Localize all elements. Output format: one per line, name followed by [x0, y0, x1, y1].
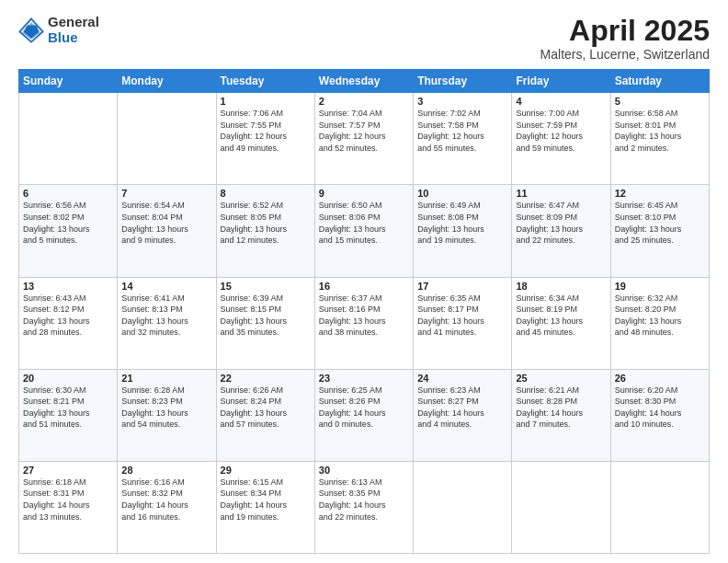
calendar-cell: 9Sunrise: 6:50 AM Sunset: 8:06 PM Daylig… [314, 185, 413, 277]
calendar-cell: 3Sunrise: 7:02 AM Sunset: 7:58 PM Daylig… [414, 93, 512, 185]
cell-info: Sunrise: 6:43 AM Sunset: 8:12 PM Dayligh… [23, 293, 113, 339]
calendar-cell: 12Sunrise: 6:45 AM Sunset: 8:10 PM Dayli… [610, 185, 709, 277]
cell-info: Sunrise: 6:35 AM Sunset: 8:17 PM Dayligh… [417, 293, 507, 339]
day-number: 8 [221, 188, 311, 199]
logo: General Blue [18, 15, 99, 45]
cell-info: Sunrise: 6:30 AM Sunset: 8:21 PM Dayligh… [23, 385, 113, 431]
calendar-cell [512, 461, 610, 553]
calendar-cell: 29Sunrise: 6:15 AM Sunset: 8:34 PM Dayli… [216, 461, 314, 553]
cell-info: Sunrise: 6:32 AM Sunset: 8:20 PM Dayligh… [615, 293, 705, 339]
day-number: 23 [319, 373, 409, 384]
cell-info: Sunrise: 6:49 AM Sunset: 8:08 PM Dayligh… [417, 200, 507, 246]
day-number: 21 [121, 373, 211, 384]
cell-info: Sunrise: 6:23 AM Sunset: 8:27 PM Dayligh… [417, 385, 507, 431]
calendar-cell: 19Sunrise: 6:32 AM Sunset: 8:20 PM Dayli… [610, 277, 709, 369]
calendar-cell: 5Sunrise: 6:58 AM Sunset: 8:01 PM Daylig… [610, 93, 709, 185]
calendar-cell: 21Sunrise: 6:28 AM Sunset: 8:23 PM Dayli… [118, 369, 216, 461]
calendar-week-4: 20Sunrise: 6:30 AM Sunset: 8:21 PM Dayli… [19, 369, 710, 461]
calendar-cell: 6Sunrise: 6:56 AM Sunset: 8:02 PM Daylig… [19, 185, 118, 277]
col-friday: Friday [512, 70, 610, 93]
calendar-cell: 25Sunrise: 6:21 AM Sunset: 8:28 PM Dayli… [512, 369, 610, 461]
day-number: 28 [121, 465, 211, 476]
calendar-week-5: 27Sunrise: 6:18 AM Sunset: 8:31 PM Dayli… [19, 461, 710, 553]
day-number: 12 [615, 188, 705, 199]
calendar-cell: 30Sunrise: 6:13 AM Sunset: 8:35 PM Dayli… [314, 461, 413, 553]
day-number: 6 [23, 188, 113, 199]
cell-info: Sunrise: 6:25 AM Sunset: 8:26 PM Dayligh… [319, 385, 409, 431]
cell-info: Sunrise: 6:39 AM Sunset: 8:15 PM Dayligh… [221, 293, 311, 339]
logo-blue-text: Blue [48, 30, 99, 46]
calendar-cell: 24Sunrise: 6:23 AM Sunset: 8:27 PM Dayli… [414, 369, 512, 461]
day-number: 20 [23, 373, 113, 384]
cell-info: Sunrise: 6:15 AM Sunset: 8:34 PM Dayligh… [221, 477, 311, 523]
day-number: 9 [319, 188, 409, 199]
cell-info: Sunrise: 6:56 AM Sunset: 8:02 PM Dayligh… [23, 200, 113, 246]
day-number: 18 [516, 281, 606, 292]
logo-icon [18, 17, 44, 43]
calendar-cell: 1Sunrise: 7:06 AM Sunset: 7:55 PM Daylig… [216, 93, 314, 185]
calendar-cell: 14Sunrise: 6:41 AM Sunset: 8:13 PM Dayli… [118, 277, 216, 369]
day-number: 29 [221, 465, 311, 476]
calendar-cell [414, 461, 512, 553]
calendar-cell [118, 93, 216, 185]
day-number: 13 [23, 281, 113, 292]
calendar-week-1: 1Sunrise: 7:06 AM Sunset: 7:55 PM Daylig… [19, 93, 710, 185]
page: General Blue April 2025 Malters, Lucerne… [0, 0, 728, 563]
col-thursday: Thursday [414, 70, 512, 93]
calendar-cell: 23Sunrise: 6:25 AM Sunset: 8:26 PM Dayli… [314, 369, 413, 461]
day-number: 7 [121, 188, 211, 199]
cell-info: Sunrise: 6:58 AM Sunset: 8:01 PM Dayligh… [615, 108, 705, 154]
cell-info: Sunrise: 7:04 AM Sunset: 7:57 PM Dayligh… [319, 108, 409, 154]
cell-info: Sunrise: 6:26 AM Sunset: 8:24 PM Dayligh… [221, 385, 311, 431]
day-number: 11 [516, 188, 606, 199]
cell-info: Sunrise: 7:02 AM Sunset: 7:58 PM Dayligh… [417, 108, 507, 154]
cell-info: Sunrise: 7:00 AM Sunset: 7:59 PM Dayligh… [516, 108, 606, 154]
day-number: 10 [417, 188, 507, 199]
cell-info: Sunrise: 6:41 AM Sunset: 8:13 PM Dayligh… [121, 293, 211, 339]
cell-info: Sunrise: 6:52 AM Sunset: 8:05 PM Dayligh… [221, 200, 311, 246]
calendar-header-row: Sunday Monday Tuesday Wednesday Thursday… [19, 70, 710, 93]
col-saturday: Saturday [610, 70, 709, 93]
location: Malters, Lucerne, Switzerland [540, 47, 710, 62]
day-number: 2 [319, 96, 409, 107]
day-number: 25 [516, 373, 606, 384]
cell-info: Sunrise: 6:21 AM Sunset: 8:28 PM Dayligh… [516, 385, 606, 431]
cell-info: Sunrise: 7:06 AM Sunset: 7:55 PM Dayligh… [221, 108, 311, 154]
calendar-week-3: 13Sunrise: 6:43 AM Sunset: 8:12 PM Dayli… [19, 277, 710, 369]
day-number: 5 [615, 96, 705, 107]
day-number: 17 [417, 281, 507, 292]
day-number: 14 [121, 281, 211, 292]
day-number: 16 [319, 281, 409, 292]
title-block: April 2025 Malters, Lucerne, Switzerland [540, 15, 710, 62]
col-sunday: Sunday [19, 70, 118, 93]
logo-text: General Blue [48, 15, 99, 45]
month-title: April 2025 [540, 15, 710, 47]
cell-info: Sunrise: 6:34 AM Sunset: 8:19 PM Dayligh… [516, 293, 606, 339]
day-number: 24 [417, 373, 507, 384]
col-wednesday: Wednesday [314, 70, 413, 93]
calendar-cell: 8Sunrise: 6:52 AM Sunset: 8:05 PM Daylig… [216, 185, 314, 277]
col-monday: Monday [118, 70, 216, 93]
calendar-cell: 11Sunrise: 6:47 AM Sunset: 8:09 PM Dayli… [512, 185, 610, 277]
calendar-cell: 18Sunrise: 6:34 AM Sunset: 8:19 PM Dayli… [512, 277, 610, 369]
cell-info: Sunrise: 6:47 AM Sunset: 8:09 PM Dayligh… [516, 200, 606, 246]
calendar-cell: 15Sunrise: 6:39 AM Sunset: 8:15 PM Dayli… [216, 277, 314, 369]
col-tuesday: Tuesday [216, 70, 314, 93]
day-number: 1 [221, 96, 311, 107]
day-number: 30 [319, 465, 409, 476]
day-number: 15 [221, 281, 311, 292]
calendar-cell: 27Sunrise: 6:18 AM Sunset: 8:31 PM Dayli… [19, 461, 118, 553]
calendar-cell: 7Sunrise: 6:54 AM Sunset: 8:04 PM Daylig… [118, 185, 216, 277]
calendar-cell: 16Sunrise: 6:37 AM Sunset: 8:16 PM Dayli… [314, 277, 413, 369]
cell-info: Sunrise: 6:28 AM Sunset: 8:23 PM Dayligh… [121, 385, 211, 431]
calendar-table: Sunday Monday Tuesday Wednesday Thursday… [18, 69, 710, 554]
calendar-cell: 28Sunrise: 6:16 AM Sunset: 8:32 PM Dayli… [118, 461, 216, 553]
calendar-cell: 22Sunrise: 6:26 AM Sunset: 8:24 PM Dayli… [216, 369, 314, 461]
header: General Blue April 2025 Malters, Lucerne… [18, 15, 710, 62]
day-number: 22 [221, 373, 311, 384]
logo-general-text: General [48, 15, 99, 30]
cell-info: Sunrise: 6:50 AM Sunset: 8:06 PM Dayligh… [319, 200, 409, 246]
calendar-cell: 2Sunrise: 7:04 AM Sunset: 7:57 PM Daylig… [314, 93, 413, 185]
cell-info: Sunrise: 6:18 AM Sunset: 8:31 PM Dayligh… [23, 477, 113, 523]
cell-info: Sunrise: 6:54 AM Sunset: 8:04 PM Dayligh… [121, 200, 211, 246]
